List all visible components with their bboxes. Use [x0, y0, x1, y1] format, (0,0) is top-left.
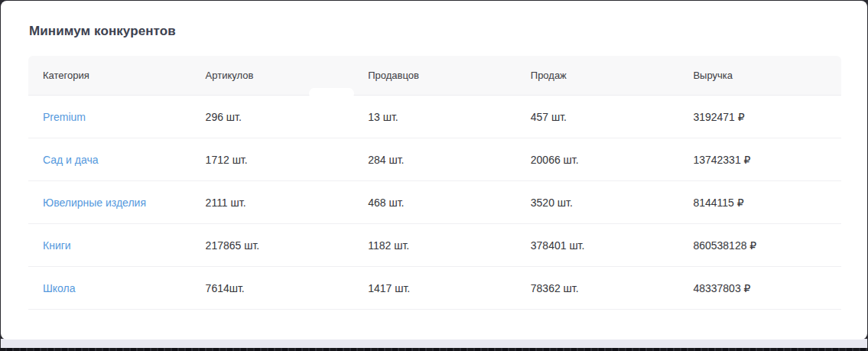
sales-cell: 457 шт. [516, 111, 679, 123]
competitors-table: Категория Артикулов Продавцов Продаж Выр… [28, 56, 841, 310]
column-header-category: Категория [28, 70, 191, 81]
page: Минимум конкурентов Категория Артикулов … [0, 0, 868, 351]
revenue-cell: 3192471 ₽ [678, 111, 841, 123]
revenue-cell: 860538128 ₽ [678, 239, 841, 252]
page-background-band [1, 339, 867, 348]
competitors-card: Минимум конкурентов Категория Артикулов … [1, 1, 867, 340]
sales-cell: 3520 шт. [516, 197, 679, 209]
revenue-cell: 48337803 ₽ [678, 282, 841, 294]
articles-cell: 2111 шт. [191, 197, 354, 209]
sales-cell: 378401 шт. [516, 239, 679, 252]
sellers-cell: 1417 шт. [353, 282, 516, 294]
column-header-revenue: Выручка [678, 70, 841, 81]
table-header-row: Категория Артикулов Продавцов Продаж Выр… [28, 56, 841, 96]
sellers-cell: 1182 шт. [353, 239, 516, 252]
table-row: Сад и дача 1712 шт. 284 шт. 20066 шт. 13… [28, 138, 841, 181]
revenue-cell: 13742331 ₽ [678, 154, 841, 166]
column-header-articles: Артикулов [191, 70, 354, 81]
table-row: Книги 217865 шт. 1182 шт. 378401 шт. 860… [28, 224, 841, 267]
articles-cell: 7614шт. [191, 282, 354, 294]
sales-cell: 20066 шт. [516, 154, 679, 166]
category-link[interactable]: Ювелирные изделия [43, 197, 146, 209]
category-link[interactable]: Книги [43, 239, 71, 252]
bottom-edge-strip [0, 348, 868, 351]
table-row: Школа 7614шт. 1417 шт. 78362 шт. 4833780… [28, 267, 841, 310]
category-link[interactable]: Premium [43, 111, 86, 123]
sales-cell: 78362 шт. [516, 282, 679, 294]
articles-cell: 296 шт. [191, 111, 354, 123]
category-link[interactable]: Сад и дача [43, 154, 99, 166]
column-header-sellers: Продавцов [353, 70, 516, 81]
table-row: Ювелирные изделия 2111 шт. 468 шт. 3520 … [28, 181, 841, 224]
table-row: Premium 296 шт. 13 шт. 457 шт. 3192471 ₽ [28, 96, 841, 138]
articles-cell: 217865 шт. [191, 239, 354, 252]
card-title: Минимум конкурентов [29, 24, 176, 39]
header-notch [309, 88, 354, 99]
sellers-cell: 284 шт. [353, 154, 516, 166]
sellers-cell: 13 шт. [353, 111, 516, 123]
table-body: Premium 296 шт. 13 шт. 457 шт. 3192471 ₽… [28, 96, 841, 310]
category-link[interactable]: Школа [43, 282, 76, 294]
articles-cell: 1712 шт. [191, 154, 354, 166]
revenue-cell: 8144115 ₽ [678, 197, 841, 209]
sellers-cell: 468 шт. [353, 197, 516, 209]
column-header-sales: Продаж [516, 70, 679, 81]
